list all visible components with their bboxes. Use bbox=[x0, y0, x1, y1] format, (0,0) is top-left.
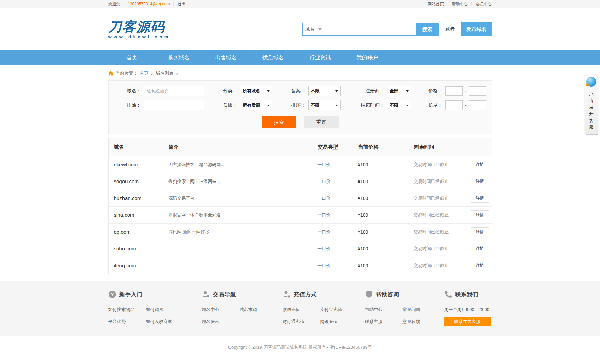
footer-link[interactable]: 域名资讯 bbox=[202, 319, 240, 325]
filter-panel: 域名： 分类： 所有域名 备案： 不限 注册商： 全部 bbox=[0, 80, 600, 134]
cell-domain: sina.com bbox=[114, 212, 169, 218]
shield-icon bbox=[365, 290, 373, 298]
filter-search-button[interactable]: 搜索 bbox=[262, 116, 296, 128]
endtime-filter-label: 结束时间： bbox=[349, 102, 384, 108]
customer-service-widget[interactable]: 点击展开客服 bbox=[585, 75, 598, 135]
detail-button[interactable]: 详情 bbox=[471, 261, 489, 270]
topbar-link-home[interactable]: 网站首页 bbox=[428, 1, 444, 7]
header-search-input[interactable] bbox=[324, 23, 416, 35]
domain-filter-input[interactable] bbox=[144, 86, 204, 96]
footer-link[interactable]: 常见问题 bbox=[403, 307, 444, 313]
nav-item-buy-domain[interactable]: 购买域名 bbox=[155, 50, 203, 65]
footer-link[interactable]: 联系客服 bbox=[365, 319, 403, 325]
length-min-input[interactable] bbox=[445, 100, 463, 110]
footer-link[interactable]: 域名求购 bbox=[240, 307, 283, 313]
publish-domain-button[interactable]: 发布域名 bbox=[461, 22, 492, 36]
breadcrumb-label: 当前位置： bbox=[116, 70, 138, 76]
price-max-input[interactable] bbox=[469, 86, 486, 96]
cell-time: 交易时间已经截止 bbox=[414, 162, 471, 168]
cell-type: 一口价 bbox=[317, 162, 358, 168]
price-min-input[interactable] bbox=[445, 86, 463, 96]
detail-button[interactable]: 详情 bbox=[471, 227, 489, 236]
nav-item-home[interactable]: 首页 bbox=[108, 50, 155, 65]
footer-title-recharge: 充值方式 bbox=[294, 291, 317, 298]
sort-filter-label: 排序： bbox=[281, 102, 306, 108]
breadcrumb-current: 域名列表 bbox=[156, 70, 173, 76]
cell-domain: sohu.com bbox=[114, 246, 169, 251]
sort-select[interactable]: 不限 bbox=[308, 100, 341, 110]
suffix-filter-label: 后缀： bbox=[212, 102, 237, 108]
footer-link[interactable]: 财付通充值 bbox=[283, 319, 320, 325]
detail-button[interactable]: 详情 bbox=[471, 194, 489, 203]
header-search-button[interactable]: 搜索 bbox=[416, 23, 439, 35]
cell-desc: 搜狗搜索，网上冲浪网站... bbox=[168, 178, 317, 185]
header-type: 交易类型 bbox=[318, 144, 358, 150]
service-hours: 周一至周日9:00 - 23:00 bbox=[444, 307, 492, 313]
cell-type: 一口价 bbox=[317, 246, 358, 252]
table-row: sogou.com 搜狗搜索，网上冲浪网站... 一口价 ¥100 交易时间已经… bbox=[109, 173, 492, 190]
exclude-filter-input[interactable] bbox=[144, 100, 204, 110]
chevron-down-icon bbox=[267, 105, 270, 106]
nav-item-industry-news[interactable]: 行业资讯 bbox=[297, 50, 344, 65]
search-category-select[interactable]: 域名 bbox=[303, 23, 324, 35]
detail-button[interactable]: 详情 bbox=[471, 160, 489, 169]
detail-button[interactable]: 详情 bbox=[471, 210, 489, 219]
breadcrumb-home-link[interactable]: 首页 bbox=[140, 70, 149, 76]
endtime-select-value: 不限 bbox=[390, 102, 398, 108]
topbar-link-help[interactable]: 帮助中心 bbox=[452, 1, 468, 7]
length-max-input[interactable] bbox=[469, 100, 486, 110]
footer-title-beginner: 新手入门 bbox=[119, 291, 142, 298]
cell-domain: ifeng.com bbox=[114, 262, 169, 268]
home-icon bbox=[108, 71, 113, 76]
table-row: sina.com 新浪官网，体育赛事全知道... 一口价 ¥100 交易时间已经… bbox=[109, 206, 492, 223]
logo-subtitle: www.dkewl.com bbox=[108, 35, 170, 39]
breadcrumb-separator: > bbox=[176, 71, 178, 76]
footer-link[interactable]: 网银充值 bbox=[320, 319, 365, 325]
cell-time: 交易时间已经截止 bbox=[414, 195, 471, 201]
suffix-select[interactable]: 所有后缀 bbox=[240, 100, 272, 110]
cell-type: 一口价 bbox=[317, 262, 358, 269]
topbar: 欢迎您： 13023572814@qq.com | 退出 网站首页 | 帮助中心… bbox=[0, 0, 600, 8]
footer-link[interactable]: 支付宝充值 bbox=[320, 307, 365, 313]
footer-title-help: 帮助咨询 bbox=[376, 291, 399, 298]
endtime-select[interactable]: 不限 bbox=[387, 100, 411, 110]
detail-button[interactable]: 详情 bbox=[471, 177, 489, 186]
category-select[interactable]: 所有域名 bbox=[240, 86, 272, 96]
cell-domain: huzhan.com bbox=[114, 195, 169, 201]
header-price: 当前价格 bbox=[358, 144, 414, 150]
nav-item-my-account[interactable]: 我的账户 bbox=[344, 50, 391, 65]
or-text: 或者 bbox=[446, 26, 455, 32]
registrar-select[interactable]: 全部 bbox=[387, 86, 411, 96]
table-row: ifeng.com 一口价 ¥100 交易时间已经截止 详情 bbox=[109, 257, 492, 274]
footer-link[interactable]: 域名中心 bbox=[202, 307, 240, 313]
detail-button[interactable]: 详情 bbox=[471, 244, 489, 253]
category-filter-label: 分类： bbox=[212, 88, 237, 94]
footer-link[interactable]: 帮助中心 bbox=[365, 307, 403, 313]
nav-item-sell-domain[interactable]: 出售域名 bbox=[203, 50, 250, 65]
footer-link[interactable]: 平台优势 bbox=[108, 319, 146, 325]
record-select[interactable]: 不限 bbox=[308, 86, 341, 96]
exclude-filter-label: 排除： bbox=[114, 102, 141, 108]
site-logo[interactable]: 刀客源码 www.dkewl.com bbox=[108, 20, 170, 39]
cell-desc: 刀客源码博客，精品源码网... bbox=[168, 162, 317, 168]
footer-link[interactable]: 微信充值 bbox=[283, 307, 320, 313]
footer-link[interactable]: 如何入驻商家 bbox=[146, 319, 202, 325]
footer-link[interactable]: 意见反馈 bbox=[403, 319, 444, 325]
topbar-link-member[interactable]: 会员中心 bbox=[476, 1, 492, 7]
user-email-link[interactable]: 13023572814@qq.com bbox=[128, 2, 170, 6]
logout-link[interactable]: 退出 bbox=[178, 1, 186, 7]
search-category-value: 域名 bbox=[305, 26, 315, 32]
footer-link[interactable]: 如何购买 bbox=[146, 307, 202, 313]
registrar-select-value: 全部 bbox=[390, 88, 398, 94]
contact-online-service-button[interactable]: 联系在线客服 bbox=[444, 317, 491, 326]
table-header-row: 域名 简介 交易类型 当前价格 剩余时间 bbox=[109, 138, 492, 156]
header-time: 剩余时间 bbox=[414, 144, 471, 150]
divider: | bbox=[447, 2, 448, 6]
length-filter-label: 长度： bbox=[420, 102, 443, 108]
filter-reset-button[interactable]: 重置 bbox=[304, 116, 339, 128]
chevron-down-icon bbox=[335, 105, 338, 106]
nav-item-premium-domain[interactable]: 优质域名 bbox=[250, 50, 297, 65]
cell-domain: dkewl.com bbox=[114, 162, 169, 167]
footer-link[interactable]: 如何搜索物品 bbox=[108, 307, 146, 313]
cell-time: 交易时间已经截止 bbox=[414, 178, 471, 185]
